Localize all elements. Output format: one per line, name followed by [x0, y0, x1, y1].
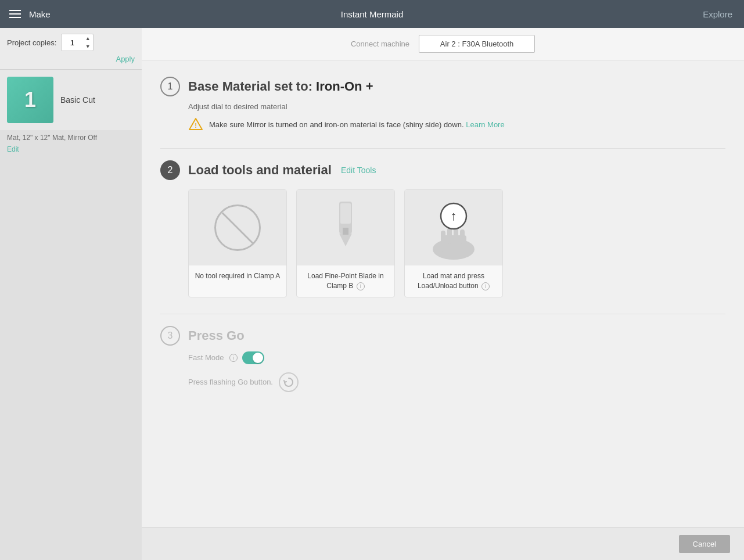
- svg-rect-8: [447, 228, 452, 244]
- cut-number: 1: [24, 88, 36, 112]
- footer: Cancel: [142, 527, 744, 560]
- adjust-label: Adjust dial to desired material: [188, 102, 725, 111]
- mat-info-icon[interactable]: i: [481, 282, 490, 290]
- tool-img-blade: [297, 190, 394, 265]
- thumbnail-image: 1: [7, 77, 53, 123]
- toggle-knob: [253, 353, 263, 363]
- tool-card-mat: ↑ Load mat and press Load/Unload button …: [404, 189, 503, 297]
- step2-title: Load tools and material: [188, 163, 332, 178]
- cut-thumbnail: 1: [7, 77, 53, 123]
- machine-button[interactable]: Air 2 : F30A Bluetooth: [419, 35, 535, 53]
- step2-divider: [160, 314, 725, 314]
- sidebar: Project copies: ▲ ▼ Apply 1 Basic Cut Ma…: [0, 28, 142, 560]
- svg-rect-9: [454, 228, 458, 244]
- go-icon: [283, 377, 294, 387]
- tool-label-mat: Load mat and press Load/Unload button i: [405, 265, 502, 297]
- svg-text:!: !: [195, 122, 197, 129]
- step1-material: Iron-On +: [316, 79, 373, 94]
- page-title: Instant Mermaid: [341, 9, 404, 19]
- cut-label: Basic Cut: [60, 95, 95, 105]
- copies-input[interactable]: [62, 34, 82, 51]
- warning-row: ! Make sure Mirror is turned on and iron…: [188, 117, 725, 132]
- copies-label: Project copies:: [7, 38, 56, 47]
- step3-title: Press Go: [188, 328, 245, 343]
- top-bar: Connect machine Air 2 : F30A Bluetooth: [142, 28, 744, 60]
- svg-rect-7: [441, 231, 445, 243]
- step3-circle: 3: [160, 326, 180, 346]
- step1-divider: [160, 148, 725, 149]
- step2-circle: 2: [160, 160, 180, 180]
- mat-icon: ↑: [425, 196, 483, 260]
- step3-section: 3 Press Go Fast Mode i Press flashing Go…: [160, 326, 725, 392]
- warning-text: Make sure Mirror is turned on and iron-o…: [209, 120, 505, 129]
- edit-button[interactable]: Edit: [0, 145, 142, 158]
- svg-marker-3: [339, 234, 352, 246]
- main-layout: Project copies: ▲ ▼ Apply 1 Basic Cut Ma…: [0, 28, 744, 560]
- tool-img-no-tool: [189, 190, 286, 265]
- step1-title-prefix: Base Material set to:: [188, 79, 312, 94]
- svg-rect-10: [460, 229, 465, 244]
- go-button[interactable]: [279, 372, 299, 392]
- menu-icon[interactable]: [9, 10, 21, 18]
- step2-header: 2 Load tools and material Edit Tools: [160, 160, 725, 180]
- no-tool-icon: [214, 204, 261, 251]
- tool-label-clamp-a: No tool required in Clamp A: [191, 265, 285, 287]
- step3-header: 3 Press Go: [160, 326, 725, 346]
- explore-link[interactable]: Explore: [703, 9, 732, 19]
- sidebar-top: Project copies: ▲ ▼ Apply: [0, 28, 142, 70]
- tool-label-clamp-b: Load Fine-Point Blade in Clamp B i: [297, 265, 394, 297]
- step3-number: 3: [168, 331, 173, 341]
- step1-header: 1 Base Material set to: Iron-On +: [160, 77, 725, 96]
- fast-mode-toggle[interactable]: [242, 351, 264, 364]
- step1-circle: 1: [160, 77, 180, 96]
- main-content: Connect machine Air 2 : F30A Bluetooth 1…: [142, 28, 744, 560]
- blade-info-icon[interactable]: i: [357, 282, 365, 290]
- step2-number: 2: [168, 165, 173, 175]
- edit-tools-button[interactable]: Edit Tools: [341, 166, 376, 175]
- step1-number: 1: [168, 81, 173, 92]
- go-label: Press flashing Go button.: [188, 378, 273, 386]
- copies-row: Project copies: ▲ ▼: [7, 34, 135, 51]
- copies-spinners: ▲ ▼: [82, 34, 93, 51]
- svg-text:↑: ↑: [451, 209, 457, 223]
- fast-mode-info-icon[interactable]: i: [229, 354, 238, 362]
- tool-card-clamp-b: Load Fine-Point Blade in Clamp B i: [296, 189, 395, 297]
- copies-up-button[interactable]: ▲: [82, 34, 93, 42]
- tool-card-clamp-a: No tool required in Clamp A: [188, 189, 287, 297]
- apply-button[interactable]: Apply: [116, 55, 135, 63]
- tool-img-mat: ↑: [405, 190, 502, 265]
- step1-title: Base Material set to: Iron-On +: [188, 79, 373, 94]
- cut-item: 1 Basic Cut: [0, 70, 142, 130]
- mat-info: Mat, 12" x 12" Mat, Mirror Off: [0, 130, 142, 145]
- warning-icon: !: [188, 117, 203, 132]
- copies-down-button[interactable]: ▼: [82, 42, 93, 51]
- step1-body: Adjust dial to desired material ! Make s…: [160, 102, 725, 132]
- step2-section: 2 Load tools and material Edit Tools: [160, 160, 725, 297]
- step3-body: Fast Mode i Press flashing Go button.: [160, 351, 725, 392]
- blade-icon: [334, 199, 357, 257]
- svg-rect-2: [340, 203, 351, 224]
- svg-rect-4: [343, 228, 348, 235]
- connect-label: Connect machine: [351, 40, 409, 48]
- fast-mode-label: Fast Mode: [188, 353, 224, 362]
- go-row: Press flashing Go button.: [188, 372, 725, 392]
- cancel-button[interactable]: Cancel: [679, 535, 730, 553]
- content-area: 1 Base Material set to: Iron-On + Adjust…: [142, 60, 744, 527]
- learn-more-link[interactable]: Learn More: [466, 120, 504, 129]
- step1-section: 1 Base Material set to: Iron-On + Adjust…: [160, 77, 725, 132]
- step2-title-row: Load tools and material Edit Tools: [188, 163, 376, 178]
- make-label: Make: [29, 9, 51, 19]
- app-header: Make Instant Mermaid Explore: [0, 0, 744, 28]
- copies-input-wrap: ▲ ▼: [61, 34, 94, 51]
- tools-grid: No tool required in Clamp A: [160, 189, 725, 297]
- fast-mode-row: Fast Mode i: [188, 351, 725, 364]
